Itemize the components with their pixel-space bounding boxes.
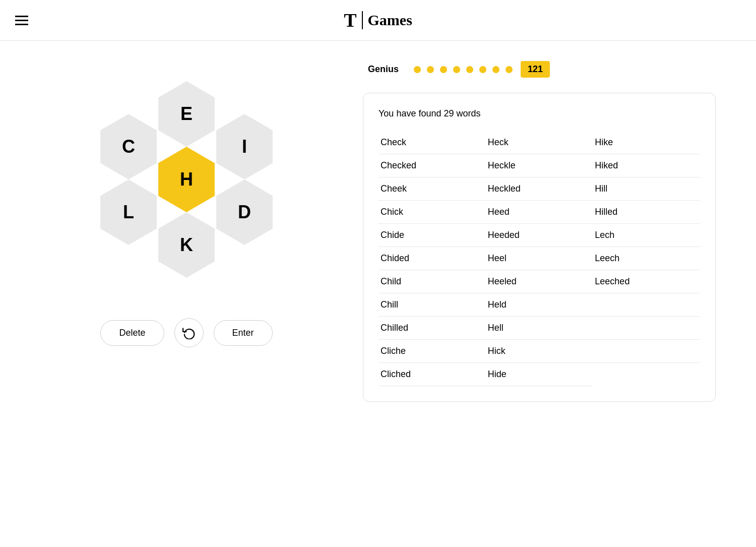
word-item: Heed [486,201,593,224]
word-item: Chick [379,201,486,224]
dot-2 [427,66,434,73]
score-label: Genius [368,64,406,75]
word-item [593,340,700,363]
word-item: Heeled [486,270,593,293]
word-item: Hiked [593,154,700,177]
word-item: Chilled [379,317,486,340]
dot-4 [453,66,460,73]
header: T Games [0,0,756,41]
hex-h-shape: H [154,147,219,212]
left-panel: E I C H [40,61,333,347]
hex-h[interactable]: H [154,147,219,212]
dot-8 [506,66,513,73]
word-item: Chide [379,224,486,247]
word-item: Chided [379,247,486,270]
dot-7 [492,66,499,73]
dot-5 [466,66,473,73]
header-logo: T Games [344,9,412,31]
word-item: Cliched [379,363,486,386]
word-item [593,317,700,340]
words-found-label: You have found 29 words [379,108,700,119]
word-item: Heckled [486,177,593,201]
word-item: Leech [593,247,700,270]
word-item: Chill [379,293,486,317]
action-buttons: Delete Enter [100,318,272,347]
games-title: Games [368,12,412,29]
word-item [593,293,700,317]
hex-e[interactable]: E [154,81,219,147]
word-item: Hill [593,177,700,201]
word-item: Hike [593,131,700,154]
word-item: Checked [379,154,486,177]
word-item: Heel [486,247,593,270]
hex-c[interactable]: C [96,114,161,179]
hex-k[interactable]: K [154,212,219,278]
hex-e-shape: E [154,81,219,147]
main-content: E I C H [0,41,756,422]
word-item: Child [379,270,486,293]
hex-i-shape: I [212,114,277,179]
hex-d[interactable]: D [212,179,277,245]
enter-button[interactable]: Enter [214,320,273,346]
word-item: Leeched [593,270,700,293]
word-item: Cliche [379,340,486,363]
menu-icon[interactable] [15,16,28,25]
words-panel: You have found 29 words CheckHeckHikeChe… [363,93,716,402]
shuffle-icon [182,326,196,339]
word-item: Held [486,293,593,317]
word-item: Lech [593,224,700,247]
honeycomb: E I C H [81,71,292,288]
delete-button[interactable]: Delete [100,320,164,346]
dot-3 [440,66,447,73]
hex-k-shape: K [154,212,219,278]
score-dots [414,66,513,73]
word-item: Check [379,131,486,154]
word-item [593,363,700,386]
score-badge: 121 [521,61,550,78]
logo-divider [362,11,363,29]
word-item: Hilled [593,201,700,224]
score-bar: Genius 121 [363,61,716,78]
hex-l-shape: L [96,179,161,245]
hex-l[interactable]: L [96,179,161,245]
word-item: Heckle [486,154,593,177]
dot-1 [414,66,421,73]
word-item: Hell [486,317,593,340]
words-grid: CheckHeckHikeCheckedHeckleHikedCheekHeck… [379,131,700,386]
nyt-logo: T [344,9,356,31]
hex-d-shape: D [212,179,277,245]
right-panel: Genius 121 You have found 29 words Check… [363,61,716,402]
word-item: Heeded [486,224,593,247]
word-item: Hick [486,340,593,363]
word-item: Cheek [379,177,486,201]
shuffle-button[interactable] [174,318,204,347]
word-item: Hide [486,363,593,386]
hex-c-shape: C [96,114,161,179]
hex-i[interactable]: I [212,114,277,179]
dot-6 [479,66,486,73]
word-item: Heck [486,131,593,154]
